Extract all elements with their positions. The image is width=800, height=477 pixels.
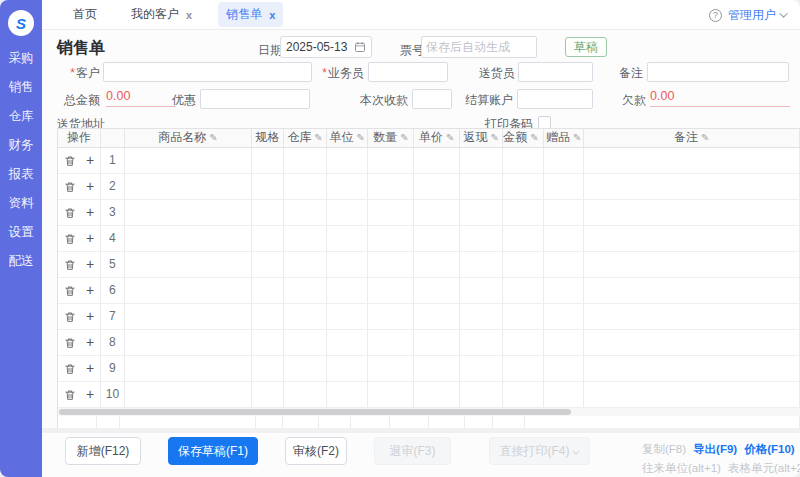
grid-cell[interactable] bbox=[327, 303, 368, 329]
sidebar-item[interactable]: 采购 bbox=[0, 44, 42, 73]
grid-cell[interactable] bbox=[124, 251, 252, 277]
grid-cell[interactable] bbox=[543, 329, 584, 355]
grid-cell[interactable] bbox=[460, 147, 503, 173]
grid-cell[interactable] bbox=[252, 225, 284, 251]
add-row-icon[interactable]: + bbox=[86, 361, 94, 375]
grid-cell[interactable] bbox=[283, 199, 326, 225]
grid-cell[interactable] bbox=[368, 199, 414, 225]
delete-row-icon[interactable] bbox=[64, 335, 76, 349]
grid-cell[interactable] bbox=[368, 277, 414, 303]
grid-cell[interactable] bbox=[252, 251, 284, 277]
column-header[interactable]: 单位✎ bbox=[327, 129, 368, 147]
grid-cell[interactable] bbox=[543, 277, 584, 303]
grid-cell[interactable] bbox=[283, 173, 326, 199]
grid-cell[interactable] bbox=[460, 355, 503, 381]
sidebar-item[interactable]: 报表 bbox=[0, 160, 42, 189]
edit-icon[interactable]: ✎ bbox=[701, 132, 709, 143]
grid-cell[interactable] bbox=[283, 355, 326, 381]
grid-cell[interactable] bbox=[543, 147, 584, 173]
grid-cell[interactable] bbox=[584, 355, 800, 381]
add-row-icon[interactable]: + bbox=[86, 205, 94, 219]
sidebar-item[interactable]: 财务 bbox=[0, 131, 42, 160]
grid-cell[interactable] bbox=[368, 355, 414, 381]
remark-input[interactable] bbox=[647, 62, 789, 82]
delete-row-icon[interactable] bbox=[64, 257, 76, 271]
grid-cell[interactable] bbox=[124, 147, 252, 173]
grid-cell[interactable] bbox=[543, 173, 584, 199]
grid-cell[interactable] bbox=[503, 303, 543, 329]
account-input[interactable] bbox=[517, 89, 593, 109]
column-header[interactable]: 赠品✎ bbox=[543, 129, 584, 147]
delete-row-icon[interactable] bbox=[64, 153, 76, 167]
delete-row-icon[interactable] bbox=[64, 387, 76, 401]
grid-cell[interactable] bbox=[460, 303, 503, 329]
grid-cell[interactable] bbox=[327, 251, 368, 277]
grid-cell[interactable] bbox=[584, 381, 800, 407]
add-row-icon[interactable]: + bbox=[86, 231, 94, 245]
grid-cell[interactable] bbox=[124, 225, 252, 251]
grid-cell[interactable] bbox=[327, 277, 368, 303]
tab-close-icon[interactable]: x bbox=[269, 9, 275, 21]
grid-cell[interactable] bbox=[252, 381, 284, 407]
grid-cell[interactable] bbox=[460, 225, 503, 251]
grid-cell[interactable] bbox=[460, 199, 503, 225]
grid-cell[interactable] bbox=[283, 329, 326, 355]
grid-cell[interactable] bbox=[503, 199, 543, 225]
column-header[interactable]: 备注✎ bbox=[584, 129, 800, 147]
edit-icon[interactable]: ✎ bbox=[314, 132, 322, 143]
tab[interactable]: 我的客户x bbox=[123, 2, 200, 27]
grid-cell[interactable] bbox=[327, 329, 368, 355]
horizontal-scrollbar-thumb[interactable] bbox=[59, 409, 571, 415]
grid-cell[interactable] bbox=[368, 329, 414, 355]
sidebar-item[interactable]: 销售 bbox=[0, 73, 42, 102]
grid-cell[interactable] bbox=[543, 355, 584, 381]
grid-cell[interactable] bbox=[584, 173, 800, 199]
grid-cell[interactable] bbox=[503, 381, 543, 407]
grid-cell[interactable] bbox=[283, 147, 326, 173]
add-row-icon[interactable]: + bbox=[86, 257, 94, 271]
grid-cell[interactable] bbox=[124, 173, 252, 199]
add-row-icon[interactable]: + bbox=[86, 335, 94, 349]
grid-cell[interactable] bbox=[414, 173, 460, 199]
column-header[interactable]: 商品名称✎ bbox=[124, 129, 252, 147]
grid-cell[interactable] bbox=[460, 173, 503, 199]
delete-row-icon[interactable] bbox=[64, 179, 76, 193]
grid-cell[interactable] bbox=[124, 199, 252, 225]
grid-cell[interactable] bbox=[584, 147, 800, 173]
edit-icon[interactable]: ✎ bbox=[573, 132, 581, 143]
ticket-input[interactable] bbox=[421, 36, 537, 58]
grid-cell[interactable] bbox=[414, 199, 460, 225]
grid-cell[interactable] bbox=[460, 329, 503, 355]
grid-cell[interactable] bbox=[414, 381, 460, 407]
grid-cell[interactable] bbox=[503, 225, 543, 251]
delete-row-icon[interactable] bbox=[64, 283, 76, 297]
edit-icon[interactable]: ✎ bbox=[530, 132, 538, 143]
grid-cell[interactable] bbox=[543, 225, 584, 251]
grid-cell[interactable] bbox=[503, 147, 543, 173]
grid-cell[interactable] bbox=[252, 173, 284, 199]
grid-cell[interactable] bbox=[252, 199, 284, 225]
grid-cell[interactable] bbox=[414, 251, 460, 277]
edit-icon[interactable]: ✎ bbox=[400, 132, 408, 143]
customer-input[interactable] bbox=[103, 62, 312, 82]
grid-cell[interactable] bbox=[543, 199, 584, 225]
tab-close-icon[interactable]: x bbox=[186, 9, 192, 21]
grid-cell[interactable] bbox=[460, 277, 503, 303]
sidebar-item[interactable]: 配送 bbox=[0, 247, 42, 276]
grid-cell[interactable] bbox=[283, 303, 326, 329]
action-button[interactable]: 保存草稿(F1) bbox=[168, 437, 258, 465]
delete-row-icon[interactable] bbox=[64, 231, 76, 245]
grid-cell[interactable] bbox=[124, 355, 252, 381]
grid-cell[interactable] bbox=[584, 225, 800, 251]
grid-cell[interactable] bbox=[460, 381, 503, 407]
edit-icon[interactable]: ✎ bbox=[357, 132, 365, 143]
edit-icon[interactable]: ✎ bbox=[446, 132, 454, 143]
grid-cell[interactable] bbox=[503, 355, 543, 381]
tab[interactable]: 销售单x bbox=[218, 2, 283, 27]
grid-cell[interactable] bbox=[368, 225, 414, 251]
grid-cell[interactable] bbox=[368, 251, 414, 277]
add-row-icon[interactable]: + bbox=[86, 387, 94, 401]
grid-cell[interactable] bbox=[503, 251, 543, 277]
delete-row-icon[interactable] bbox=[64, 309, 76, 323]
deliveryman-input[interactable] bbox=[518, 62, 593, 82]
